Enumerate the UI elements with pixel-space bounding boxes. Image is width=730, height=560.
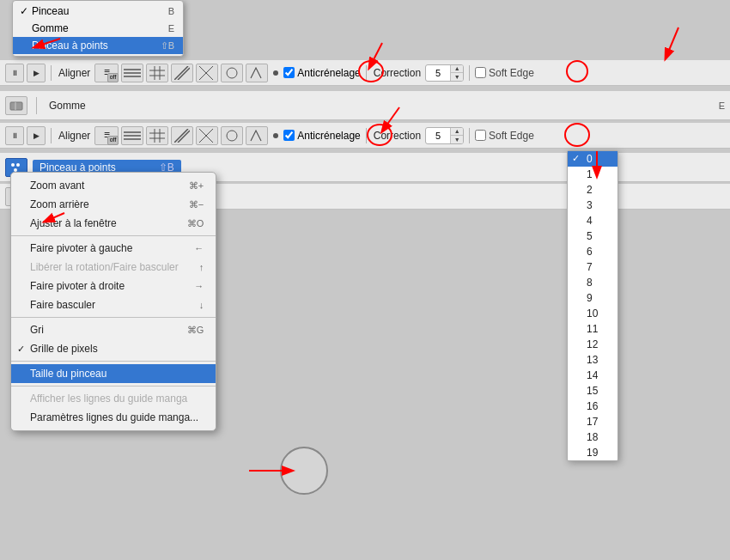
anticrenelage-input[interactable] [283,67,295,78]
tool-option-pinceau[interactable]: Pinceau B [13,3,183,20]
ctx-sep3 [11,361,216,362]
pattern-circle-btn2[interactable] [221,126,243,145]
ctx-grille-pixels[interactable]: Grille de pixels [11,339,216,358]
play-btn[interactable]: ▶ [27,64,46,82]
corr-item-5[interactable]: 5 [568,228,617,244]
corr-item-13[interactable]: 13 [568,352,617,368]
corr-item-17[interactable]: 17 [568,414,617,429]
corr-item-12[interactable]: 12 [568,337,617,352]
corr-item-7[interactable]: 7 [568,259,617,275]
soft-edge-check2[interactable]: Soft Edge [475,130,534,142]
lines-icon [124,66,141,80]
circle-brush-icon [224,66,240,80]
correction-up[interactable]: ▲ [451,65,463,73]
align-off-btn2[interactable]: ☰ off [94,126,119,145]
ctx-zoom-arriere[interactable]: Zoom arrière ⌘− [11,195,216,214]
sep2 [366,65,367,81]
svg-point-26 [11,163,15,167]
corr-item-14[interactable]: 14 [568,368,617,383]
correction-up2[interactable]: ▲ [451,128,463,136]
align-off-btn[interactable]: ☰ off [94,64,119,82]
svg-rect-12 [10,102,22,110]
sep5 [366,128,367,143]
tool-dropdown[interactable]: Pinceau B Gomme E Pinceau à points ⇧B [12,0,184,57]
eraser-icon[interactable] [5,96,27,115]
hatch-icon [199,66,215,80]
corr-item-2[interactable]: 2 [568,182,617,198]
align-label2: Aligner [58,130,90,142]
correction-dropdown: 012345678910111213141516171819 [567,150,618,461]
pattern-hatch-btn[interactable] [196,64,218,82]
sep4 [51,128,52,143]
play-btn2[interactable]: ▶ [27,126,46,145]
ctx-parametres-lignes[interactable]: Paramètres lignes du guide manga... [11,408,216,427]
svg-point-25 [227,131,237,141]
ctx-sep1 [11,235,216,236]
ctx-liberer-label: Libérer la rotation/Faire basculer [30,261,179,273]
pinceau-points-shortcut: ⇧B [143,40,174,52]
corr-item-16[interactable]: 16 [568,399,617,414]
tool-option-pinceau-points[interactable]: Pinceau à points ⇧B [13,37,183,54]
corr-item-0[interactable]: 0 [568,151,617,167]
correction-input[interactable]: 5 [426,68,450,78]
corr-item-9[interactable]: 9 [568,290,617,306]
brush-size-preview [280,447,328,495]
ctx-zoom-arriere-shortcut: ⌘− [168,199,204,210]
anticrenelage-input2[interactable] [283,130,295,141]
soft-edge-input2[interactable] [475,130,486,141]
pattern-grid-btn[interactable] [146,64,168,82]
pattern-diag-btn2[interactable] [171,126,193,145]
pattern-circle-btn[interactable] [221,64,243,82]
ctx-basculer-shortcut: ↓ [179,300,204,310]
anticrenelage-check2[interactable]: Anticrénelage [283,130,360,142]
gomme-label: Gomme [32,22,69,34]
pause-btn2[interactable]: ⏸ [5,126,24,145]
ctx-gri-label: Gri [30,324,44,336]
ctx-ajuster[interactable]: Ajuster à la fenêtre ⌘O [11,214,216,233]
pattern-custom-btn[interactable] [246,64,268,82]
ctx-zoom-avant[interactable]: Zoom avant ⌘+ [11,176,216,195]
pause-btn[interactable]: ⏸ [5,64,24,82]
tool-option-gomme[interactable]: Gomme E [13,20,183,37]
ctx-zoom-avant-label: Zoom avant [30,180,84,192]
pattern-lines-btn[interactable] [121,64,143,82]
corr-item-1[interactable]: 1 [568,167,617,182]
anticrenelage-check[interactable]: Anticrénelage [283,67,360,79]
diag-icon2 [174,129,190,143]
corr-item-8[interactable]: 8 [568,275,617,290]
corr-item-18[interactable]: 18 [568,429,617,445]
lines-icon2 [124,129,141,143]
correction-down[interactable]: ▼ [451,73,463,81]
ctx-afficher-lignes: Afficher les lignes du guide manga [11,389,216,408]
ctx-zoom-avant-shortcut: ⌘+ [168,180,204,192]
ctx-taille-pinceau[interactable]: Taille du pinceau [11,364,216,383]
corr-item-6[interactable]: 6 [568,244,617,259]
pattern-lines-btn2[interactable] [121,126,143,145]
pattern-grid-btn2[interactable] [146,126,168,145]
pattern-hatch-btn2[interactable] [196,126,218,145]
corr-item-3[interactable]: 3 [568,198,617,213]
corr-item-11[interactable]: 11 [568,321,617,337]
ctx-pivoter-gauche[interactable]: Faire pivoter à gauche ← [11,239,216,258]
custom-brush-icon2 [249,129,265,143]
correction-input2[interactable]: 5 [426,131,450,141]
ctx-pivoter-gauche-label: Faire pivoter à gauche [30,242,132,254]
ctx-ajuster-shortcut: ⌘O [167,218,204,229]
pattern-custom-btn2[interactable] [246,126,268,145]
ctx-pivoter-droite[interactable]: Faire pivoter à droite → [11,277,216,295]
soft-edge-input1[interactable] [475,67,486,78]
ctx-basculer[interactable]: Faire basculer ↓ [11,295,216,314]
pattern-diag-btn[interactable] [171,64,193,82]
hatch-icon2 [199,129,215,143]
corr-item-10[interactable]: 10 [568,306,617,321]
diag-icon [174,66,190,80]
corr-item-19[interactable]: 19 [568,445,617,460]
soft-edge-check1[interactable]: Soft Edge [475,67,534,79]
ctx-afficher-lignes-label: Afficher les lignes du guide manga [30,393,187,405]
corr-item-15[interactable]: 15 [568,383,617,399]
ctx-gri[interactable]: Gri ⌘G [11,320,216,339]
svg-point-28 [14,168,17,172]
correction-down2[interactable]: ▼ [451,136,463,143]
context-menu: Zoom avant ⌘+ Zoom arrière ⌘− Ajuster à … [10,172,216,431]
corr-item-4[interactable]: 4 [568,213,617,228]
